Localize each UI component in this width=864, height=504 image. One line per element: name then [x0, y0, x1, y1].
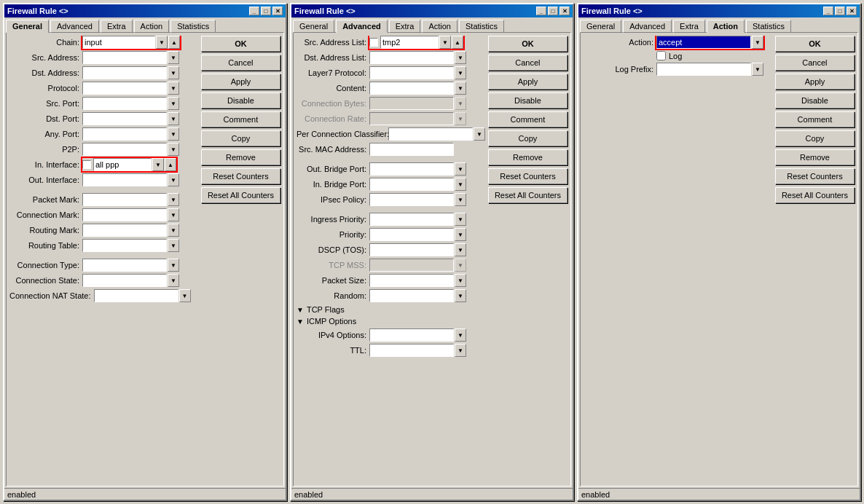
chain-dropdown-btn[interactable]: ▼ — [156, 36, 168, 49]
dst-address-dropdown-btn[interactable]: ▼ — [168, 66, 179, 79]
remove-button-2[interactable]: Remove — [488, 149, 568, 165]
any-port-input[interactable] — [82, 127, 167, 141]
src-address-dropdown-btn[interactable]: ▼ — [168, 51, 179, 64]
tab-advanced-2[interactable]: Advanced — [336, 20, 388, 33]
copy-button-3[interactable]: Copy — [775, 130, 855, 146]
routing-table-input[interactable] — [82, 239, 167, 252]
tab-action-2[interactable]: Action — [422, 20, 457, 33]
close-btn-1[interactable]: ✕ — [272, 7, 283, 15]
ttl-dropdown-btn[interactable]: ▼ — [455, 344, 466, 357]
connection-state-dropdown-btn[interactable]: ▼ — [168, 274, 179, 287]
random-input[interactable] — [369, 289, 454, 302]
apply-button-2[interactable]: Apply — [488, 74, 568, 90]
disable-button-3[interactable]: Disable — [775, 92, 855, 109]
comment-button-2[interactable]: Comment — [488, 111, 568, 127]
packet-size-dropdown-btn[interactable]: ▼ — [455, 274, 466, 287]
minimize-btn-3[interactable]: _ — [823, 7, 833, 15]
routing-mark-dropdown-btn[interactable]: ▼ — [168, 224, 179, 237]
random-dropdown-btn[interactable]: ▼ — [455, 289, 466, 302]
tab-statistics-1[interactable]: Statistics — [170, 20, 216, 33]
tab-advanced-3[interactable]: Advanced — [623, 20, 672, 33]
ok-button-3[interactable]: OK — [775, 36, 855, 52]
ipsec-policy-dropdown-btn[interactable]: ▼ — [455, 193, 466, 206]
connection-nat-state-dropdown-btn[interactable]: ▼ — [179, 289, 191, 302]
reset-counters-button-3[interactable]: Reset Counters — [775, 168, 855, 184]
log-prefix-input[interactable] — [656, 63, 751, 76]
src-address-input[interactable] — [82, 51, 167, 64]
src-port-dropdown-btn[interactable]: ▼ — [168, 97, 179, 110]
apply-button-3[interactable]: Apply — [775, 74, 855, 90]
content-input[interactable] — [369, 82, 454, 95]
remove-button-3[interactable]: Remove — [775, 149, 855, 165]
maximize-btn-2[interactable]: □ — [548, 7, 558, 15]
src-port-input[interactable] — [82, 97, 167, 110]
ok-button-1[interactable]: OK — [201, 36, 280, 52]
action-input[interactable] — [656, 36, 751, 49]
connection-nat-state-input[interactable] — [94, 289, 178, 302]
tab-general-1[interactable]: General — [6, 20, 49, 33]
out-bridge-port-dropdown-btn[interactable]: ▼ — [455, 162, 466, 176]
protocol-dropdown-btn[interactable]: ▼ — [168, 82, 179, 95]
ipv4-options-input[interactable] — [369, 328, 454, 342]
content-dropdown-btn[interactable]: ▼ — [455, 82, 466, 95]
ipsec-policy-input[interactable] — [369, 193, 454, 206]
priority-dropdown-btn[interactable]: ▼ — [455, 228, 466, 241]
ipv4-options-dropdown-btn[interactable]: ▼ — [455, 328, 466, 342]
maximize-btn-1[interactable]: □ — [261, 7, 271, 15]
connection-mark-input[interactable] — [82, 208, 167, 221]
log-checkbox[interactable] — [656, 51, 666, 60]
close-btn-3[interactable]: ✕ — [847, 7, 857, 15]
packet-mark-dropdown-btn[interactable]: ▼ — [168, 193, 179, 206]
comment-button-1[interactable]: Comment — [201, 111, 280, 127]
tab-general-3[interactable]: General — [580, 20, 621, 33]
protocol-input[interactable] — [82, 82, 167, 95]
dscp-input[interactable] — [369, 243, 454, 256]
out-bridge-port-input[interactable] — [369, 162, 454, 176]
tab-extra-2[interactable]: Extra — [389, 20, 421, 33]
connection-type-input[interactable] — [82, 259, 167, 272]
dscp-dropdown-btn[interactable]: ▼ — [455, 243, 466, 256]
per-conn-class-dropdown-btn[interactable]: ▼ — [474, 127, 485, 141]
src-addr-list-input[interactable] — [380, 36, 439, 49]
src-addr-list-up-btn[interactable]: ▲ — [452, 36, 463, 49]
cancel-button-2[interactable]: Cancel — [488, 55, 568, 71]
tab-statistics-2[interactable]: Statistics — [459, 20, 504, 33]
dst-port-dropdown-btn[interactable]: ▼ — [168, 112, 179, 125]
tcp-flags-arrow[interactable]: ▼ — [296, 306, 304, 314]
apply-button-1[interactable]: Apply — [201, 74, 280, 90]
ttl-input[interactable] — [369, 344, 454, 357]
icmp-options-arrow[interactable]: ▼ — [296, 318, 304, 326]
tab-general-2[interactable]: General — [293, 20, 334, 33]
tab-extra-1[interactable]: Extra — [101, 20, 133, 33]
tab-action-3[interactable]: Action — [707, 20, 745, 33]
remove-button-1[interactable]: Remove — [201, 149, 280, 165]
dst-addr-list-input[interactable] — [369, 51, 454, 64]
minimize-btn-1[interactable]: _ — [249, 7, 259, 15]
action-dropdown-btn[interactable]: ▼ — [752, 36, 763, 49]
priority-input[interactable] — [369, 228, 454, 241]
chain-up-btn[interactable]: ▲ — [168, 36, 180, 49]
cancel-button-1[interactable]: Cancel — [201, 55, 280, 71]
out-interface-input[interactable] — [82, 173, 167, 186]
in-bridge-port-input[interactable] — [369, 178, 454, 191]
maximize-btn-3[interactable]: □ — [835, 7, 845, 15]
tab-extra-3[interactable]: Extra — [673, 20, 705, 33]
disable-button-1[interactable]: Disable — [201, 92, 280, 109]
in-interface-up-btn[interactable]: ▲ — [165, 158, 176, 171]
tab-advanced-1[interactable]: Advanced — [50, 20, 99, 33]
reset-counters-button-1[interactable]: Reset Counters — [201, 168, 280, 184]
reset-all-counters-button-2[interactable]: Reset All Counters — [488, 187, 568, 203]
tab-statistics-3[interactable]: Statistics — [746, 20, 791, 33]
log-prefix-dropdown-btn[interactable]: ▼ — [752, 63, 763, 76]
dst-port-input[interactable] — [82, 112, 167, 125]
connection-type-dropdown-btn[interactable]: ▼ — [168, 259, 179, 272]
ok-button-2[interactable]: OK — [488, 36, 568, 52]
routing-table-dropdown-btn[interactable]: ▼ — [168, 239, 179, 252]
src-addr-list-dropdown-btn[interactable]: ▼ — [439, 36, 451, 49]
p2p-dropdown-btn[interactable]: ▼ — [168, 143, 179, 156]
reset-all-counters-button-1[interactable]: Reset All Counters — [201, 187, 280, 203]
routing-mark-input[interactable] — [82, 224, 167, 237]
tab-action-1[interactable]: Action — [134, 20, 170, 33]
connection-mark-dropdown-btn[interactable]: ▼ — [168, 208, 179, 221]
cancel-button-3[interactable]: Cancel — [775, 55, 855, 71]
